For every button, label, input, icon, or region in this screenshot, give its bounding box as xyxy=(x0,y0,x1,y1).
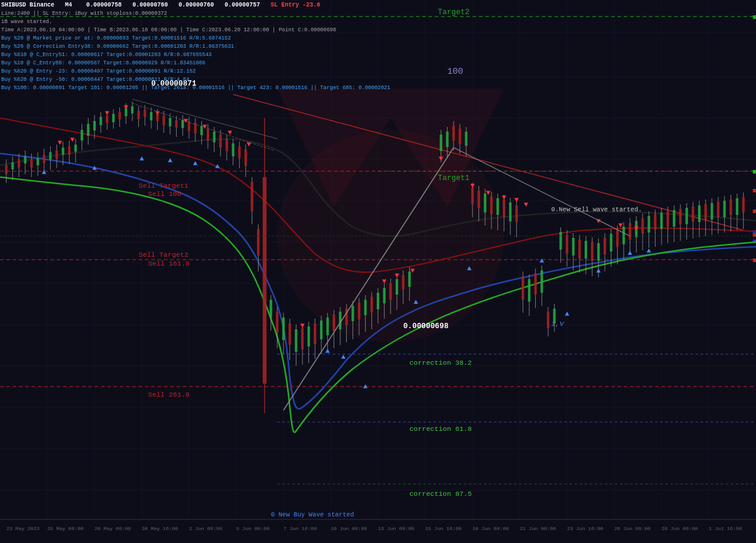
svg-rect-134 xyxy=(276,312,278,332)
svg-text:▼: ▼ xyxy=(300,322,305,330)
svg-rect-136 xyxy=(282,318,285,340)
svg-rect-172 xyxy=(396,279,398,295)
svg-rect-128 xyxy=(257,229,259,256)
svg-rect-242 xyxy=(641,218,644,234)
svg-rect-194 xyxy=(490,197,493,214)
svg-rect-234 xyxy=(616,230,618,247)
svg-rect-232 xyxy=(610,234,612,251)
svg-rect-178 xyxy=(440,135,442,151)
svg-text:▲: ▲ xyxy=(193,159,198,168)
indicator-line: Line:2400 || SL Entry: iBuy with stoplos… xyxy=(1,9,390,18)
svg-rect-39 xyxy=(753,210,756,213)
svg-text:29 Jun 00:00: 29 Jun 00:00 xyxy=(662,526,698,531)
svg-text:▲: ▲ xyxy=(596,267,601,275)
svg-text:▼: ▼ xyxy=(410,267,415,275)
trade-info-5: Buy %620 @ Entry -23: 0.00000497 Target:… xyxy=(1,67,390,76)
svg-text:0.00000698: 0.00000698 xyxy=(403,322,449,331)
svg-text:▲: ▲ xyxy=(628,249,633,257)
svg-rect-170 xyxy=(389,283,392,300)
svg-rect-250 xyxy=(667,211,669,227)
svg-text:▲: ▲ xyxy=(565,310,569,318)
svg-text:correction 38.2: correction 38.2 xyxy=(409,359,472,367)
svg-rect-108 xyxy=(194,123,197,133)
svg-text:▲: ▲ xyxy=(139,155,144,163)
svg-rect-118 xyxy=(226,139,228,151)
wave-started: iB wave started. xyxy=(1,18,390,26)
svg-text:▼: ▼ xyxy=(439,155,444,163)
svg-rect-150 xyxy=(327,318,329,335)
svg-rect-206 xyxy=(528,279,530,302)
svg-text:▼: ▼ xyxy=(203,123,207,131)
svg-rect-262 xyxy=(705,204,707,220)
svg-rect-74 xyxy=(87,124,89,136)
svg-text:Sell Target1: Sell Target1 xyxy=(139,182,189,189)
trade-info-4: Buy %10 @ C_Entry88: 0.00000567 Target:0… xyxy=(1,59,390,67)
svg-rect-146 xyxy=(314,323,316,344)
svg-rect-264 xyxy=(711,203,713,220)
svg-rect-260 xyxy=(698,205,700,222)
svg-text:10 Jun 08:00: 10 Jun 08:00 xyxy=(331,526,367,531)
svg-rect-272 xyxy=(736,198,738,215)
svg-text:▲: ▲ xyxy=(341,353,346,361)
svg-text:▲: ▲ xyxy=(363,382,368,391)
svg-rect-72 xyxy=(81,130,83,140)
trade-info-1: Buy %20 @ Market price or at: 0.00000893… xyxy=(1,34,390,42)
svg-rect-220 xyxy=(572,238,575,256)
svg-rect-238 xyxy=(629,223,631,240)
svg-text:▼: ▼ xyxy=(57,139,62,147)
trade-info-2: Buy %20 @ Correction Entry38: 0.00000662… xyxy=(1,42,390,51)
svg-rect-152 xyxy=(333,315,335,331)
trade-info-6: Buy %620 @ Entry -50: 0.00000447 Target:… xyxy=(1,76,390,84)
svg-rect-210 xyxy=(540,270,543,293)
svg-rect-38 xyxy=(753,189,756,192)
ohlc-low: 0.00000757 xyxy=(224,2,260,8)
chart-container: ▼ ▼ ▼ ▼ ▼ ▼ ▼ ▼ ▼ ▼ ▼ ▼ ▼ ▼ ▼ ▼ ▼ ▼ ▼ ▼ … xyxy=(0,0,756,543)
trade-info-7: Buy %100: 0.00000891 Target 101: 0.00001… xyxy=(1,84,390,92)
svg-text:correction 61.8: correction 61.8 xyxy=(409,426,472,433)
time-info: Time A:2023.06.10 04:00:00 | Time B:2023… xyxy=(1,26,390,34)
svg-rect-180 xyxy=(446,132,448,147)
svg-rect-248 xyxy=(660,212,663,229)
svg-rect-158 xyxy=(351,306,354,321)
svg-text:▲: ▲ xyxy=(92,164,97,172)
svg-text:▲: ▲ xyxy=(467,264,472,273)
svg-rect-202 xyxy=(516,205,518,222)
svg-text:Sell 161.8: Sell 161.8 xyxy=(148,260,190,267)
svg-rect-166 xyxy=(377,293,379,309)
svg-rect-98 xyxy=(162,116,165,125)
svg-rect-132 xyxy=(270,300,272,318)
svg-rect-198 xyxy=(503,199,505,217)
ticker-symbol: SHIBUSD xyxy=(1,2,26,8)
svg-text:Sell Target2: Sell Target2 xyxy=(139,251,189,259)
svg-rect-84 xyxy=(119,112,121,119)
svg-rect-160 xyxy=(358,303,360,319)
svg-text:▼: ▼ xyxy=(123,103,128,112)
svg-rect-174 xyxy=(402,275,405,289)
svg-text:1 Jul 16:00: 1 Jul 16:00 xyxy=(709,526,742,531)
svg-text:26 Jun 08:00: 26 Jun 08:00 xyxy=(614,526,650,531)
svg-text:▼: ▼ xyxy=(105,109,109,117)
svg-rect-124 xyxy=(245,149,247,166)
svg-text:Sell 261.8: Sell 261.8 xyxy=(148,391,190,398)
chart-title: SHIBUSD Binance M4 0.00000758 0.00000760… xyxy=(1,1,390,9)
svg-text:▼: ▼ xyxy=(486,189,491,197)
svg-rect-204 xyxy=(522,276,524,300)
svg-rect-130 xyxy=(263,177,266,384)
svg-text:▼: ▼ xyxy=(618,221,623,230)
svg-rect-212 xyxy=(547,312,549,328)
svg-text:▲: ▲ xyxy=(413,298,418,306)
svg-text:21 Jun 00:00: 21 Jun 00:00 xyxy=(520,526,556,531)
svg-rect-168 xyxy=(383,288,386,303)
svg-rect-226 xyxy=(591,242,594,261)
svg-rect-144 xyxy=(308,326,310,346)
svg-rect-48 xyxy=(5,165,8,174)
svg-rect-182 xyxy=(452,126,455,140)
sell-entry-label: SL Entry -23.6 xyxy=(271,2,320,8)
ohlc-close: 0.00000760 xyxy=(132,2,168,8)
svg-text:▼: ▼ xyxy=(501,194,506,202)
svg-text:▼: ▼ xyxy=(395,272,399,280)
svg-rect-190 xyxy=(478,191,480,208)
svg-text:30 May 16:00: 30 May 16:00 xyxy=(142,526,178,531)
svg-rect-258 xyxy=(692,207,694,222)
svg-text:2 Jun 08:00: 2 Jun 08:00 xyxy=(189,526,222,531)
